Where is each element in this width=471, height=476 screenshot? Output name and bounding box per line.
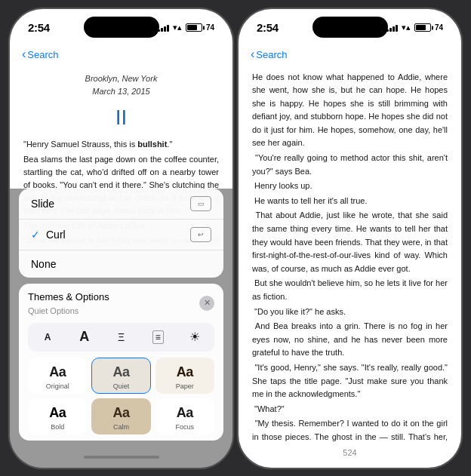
overlay-panel: Slide ▭ Curl ↩ None (10, 189, 232, 468)
chapter-numeral: II (23, 101, 219, 134)
home-bar-left (84, 456, 159, 459)
back-label-right: Search (256, 49, 287, 60)
wifi-icon-right: ▾▴ (402, 23, 411, 32)
curl-label: Curl (46, 229, 190, 241)
dynamic-island-right (312, 17, 388, 38)
controls-row: A A Ξ ≡ ☀ (28, 323, 214, 352)
back-label-left: Search (27, 49, 58, 60)
theme-quiet-preview: Aa (112, 364, 129, 380)
slide-icon: ▭ (190, 196, 211, 211)
right-para-11: "My thesis. Remember? I wanted to do it … (252, 417, 448, 444)
wifi-icon: ▾▴ (173, 23, 182, 32)
themes-subtitle: Quiet Options (28, 306, 78, 315)
theme-paper[interactable]: Aa Paper (155, 358, 214, 394)
nav-bar-left: ‹ Search (10, 42, 232, 69)
theme-calm-label: Calm (113, 423, 129, 431)
theme-paper-label: Paper (176, 382, 194, 390)
book-content-right: He does not know what happened to Addie,… (239, 69, 461, 445)
right-para-10: "What?" (252, 403, 448, 416)
right-para-1: He does not know what happened to Addie,… (252, 71, 448, 151)
transition-none[interactable]: None (19, 250, 223, 278)
right-para-6: But she wouldn't believe him, so he lets… (252, 277, 448, 303)
brightness-icon: ☀ (189, 330, 200, 344)
theme-quiet-label: Quiet (113, 382, 130, 390)
theme-paper-preview: Aa (177, 364, 193, 380)
theme-cards: Aa Original Aa Quiet Aa Paper Aa Bold (28, 358, 214, 435)
transition-menu: Slide ▭ Curl ↩ None (19, 189, 223, 278)
battery-icon-right (414, 23, 431, 32)
book-para-1: "Henry Samuel Strauss, this is bullshit.… (23, 138, 219, 151)
right-icons-left: ▾▴ 74 (158, 23, 214, 32)
right-para-9: "It's good, Henry," she says. "It's real… (252, 361, 448, 401)
time-right: 2:54 (257, 21, 279, 34)
back-button-left[interactable]: ‹ Search (22, 48, 59, 61)
brightness-button[interactable]: ☀ (181, 326, 208, 349)
none-label: None (31, 258, 211, 270)
themes-title: Themes & Options (28, 291, 109, 302)
transition-slide[interactable]: Slide ▭ (19, 189, 223, 220)
theme-original-label: Original (46, 382, 69, 390)
theme-original[interactable]: Aa Original (28, 358, 87, 394)
font-decrease-button[interactable]: A (34, 326, 61, 349)
slide-label: Slide (31, 198, 190, 210)
right-phone: 2:54 ▾▴ 74 ‹ Search (239, 9, 461, 468)
battery-text-left: 74 (206, 23, 214, 32)
theme-quiet[interactable]: Aa Quiet (91, 358, 150, 394)
theme-calm-preview: Aa (112, 405, 129, 421)
theme-focus-preview: Aa (177, 405, 193, 421)
nav-bar-right: ‹ Search (239, 42, 461, 69)
theme-focus[interactable]: Aa Focus (155, 398, 214, 435)
right-para-3: Henry looks up. (252, 180, 448, 193)
back-button-right[interactable]: ‹ Search (251, 48, 288, 61)
book-location: Brooklyn, New York March 13, 2015 (23, 72, 219, 98)
right-para-5: That about Addie, just like he wrote, th… (252, 209, 448, 275)
chevron-icon: ‹ (22, 48, 26, 61)
transition-curl[interactable]: Curl ↩ (19, 220, 223, 250)
fonts-button[interactable]: Ξ (108, 326, 135, 349)
page-number: 524 (239, 445, 461, 460)
right-para-7: "Do you like it?" he asks. (252, 306, 448, 319)
theme-calm[interactable]: Aa Calm (91, 398, 150, 435)
dynamic-island (84, 17, 159, 38)
right-para-8: And Bea breaks into a grin. There is no … (252, 320, 448, 360)
themes-header: Themes & Options Quiet Options ✕ (28, 290, 214, 317)
fonts-icon: Ξ (118, 331, 125, 343)
font-increase-button[interactable]: A (71, 326, 98, 349)
battery-text-right: 74 (435, 23, 443, 32)
phones-container: 2:54 ▾▴ 74 ‹ Search (0, 0, 471, 476)
themes-panel: Themes & Options Quiet Options ✕ A A Ξ ≡ (19, 284, 223, 441)
battery-icon (186, 23, 202, 32)
theme-bold-label: Bold (51, 423, 64, 431)
theme-bold[interactable]: Aa Bold (28, 398, 87, 435)
theme-original-preview: Aa (49, 364, 66, 380)
layout-button[interactable]: ≡ (144, 326, 171, 349)
home-indicator-left (10, 447, 232, 468)
page-layout-icon: ≡ (152, 330, 164, 344)
home-indicator-right (239, 460, 461, 468)
signal-icon (158, 23, 169, 32)
chevron-icon-right: ‹ (251, 48, 254, 61)
signal-icon-right (386, 23, 398, 32)
curl-icon: ↩ (190, 227, 211, 242)
close-button[interactable]: ✕ (199, 296, 214, 311)
theme-bold-preview: Aa (49, 405, 66, 421)
left-phone: 2:54 ▾▴ 74 ‹ Search (10, 9, 232, 468)
time-left: 2:54 (28, 21, 50, 34)
right-para-2: "You're really going to method actor thi… (252, 152, 448, 178)
right-icons-right: ▾▴ 74 (386, 23, 443, 32)
theme-focus-label: Focus (176, 423, 195, 431)
right-para-4: He wants to tell her it's all true. (252, 195, 448, 208)
